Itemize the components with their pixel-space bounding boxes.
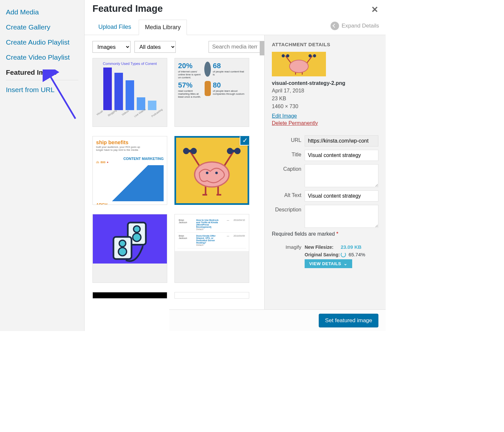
svg-point-17 bbox=[133, 226, 140, 232]
description-label: Description bbox=[272, 205, 305, 213]
media-thumb[interactable]: 20%of internet users' online time is spe… bbox=[174, 58, 249, 127]
scrollbar-thumb[interactable] bbox=[260, 41, 264, 55]
url-label: URL bbox=[272, 135, 305, 143]
svg-point-29 bbox=[313, 54, 316, 58]
media-thumb[interactable] bbox=[92, 214, 167, 283]
svg-point-30 bbox=[290, 60, 308, 72]
media-thumb[interactable] bbox=[92, 292, 167, 299]
check-icon: ✓ bbox=[240, 136, 249, 146]
svg-rect-12 bbox=[232, 150, 235, 152]
media-thumb[interactable]: Commonly Used Types of Conent Visual B bbox=[92, 58, 167, 127]
svg-point-26 bbox=[282, 54, 285, 58]
svg-point-8 bbox=[191, 148, 197, 154]
alt-field[interactable] bbox=[305, 190, 378, 202]
media-thumb-selected[interactable]: ✓ bbox=[174, 136, 249, 205]
tab-upload-files[interactable]: Upload Files bbox=[92, 20, 137, 34]
svg-point-10 bbox=[227, 148, 233, 154]
svg-point-20 bbox=[119, 240, 126, 247]
modal-title: Featured Image bbox=[92, 3, 378, 14]
chevron-left-icon bbox=[331, 22, 339, 30]
scrollbar[interactable]: ▼ bbox=[260, 41, 264, 331]
modal-footer: Set featured image bbox=[169, 309, 386, 331]
details-filesize: 23 KB bbox=[272, 95, 378, 103]
title-field[interactable] bbox=[305, 150, 378, 161]
modal-header: Featured Image bbox=[85, 0, 386, 14]
url-field[interactable] bbox=[305, 135, 378, 147]
svg-point-14 bbox=[206, 172, 209, 174]
sidebar-item-featured-image[interactable]: Featured Image bbox=[6, 65, 78, 80]
media-thumb[interactable] bbox=[174, 292, 249, 299]
imagify-new-filesize: 23.09 KB bbox=[341, 244, 361, 250]
media-grid-pane: Images All dates Commonly Used Types of … bbox=[85, 35, 264, 331]
expand-details-button[interactable]: Expand Details bbox=[331, 22, 379, 30]
details-filename: visual-content-strategy-2.png bbox=[272, 80, 378, 86]
details-thumbnail bbox=[272, 52, 326, 76]
spinner-icon bbox=[341, 252, 346, 257]
filter-type-select[interactable]: Images bbox=[92, 41, 131, 53]
sidebar-item-add-media[interactable]: Add Media bbox=[6, 5, 78, 20]
filter-date-select[interactable]: All dates bbox=[134, 41, 176, 53]
svg-rect-9 bbox=[189, 150, 191, 152]
search-input[interactable] bbox=[209, 41, 261, 53]
details-date: April 17, 2018 bbox=[272, 87, 378, 95]
imagify-saving: 65.74% bbox=[349, 252, 365, 257]
sidebar: Add Media Create Gallery Create Audio Pl… bbox=[0, 0, 85, 331]
svg-point-27 bbox=[286, 54, 290, 58]
svg-point-11 bbox=[234, 148, 241, 154]
view-details-button[interactable]: VIEW DETAILS⌄ bbox=[305, 259, 352, 268]
chevron-down-icon: ⌄ bbox=[344, 261, 348, 266]
svg-point-15 bbox=[215, 172, 218, 174]
attachment-details-panel: ATTACHMENT DETAILS visual-content-strate… bbox=[264, 35, 386, 331]
delete-permanently-link[interactable]: Delete Permanently bbox=[272, 120, 378, 126]
edit-image-link[interactable]: Edit Image bbox=[272, 113, 378, 119]
sidebar-item-insert-from-url[interactable]: Insert from URL bbox=[6, 82, 78, 97]
required-note: Required fields are marked * bbox=[272, 231, 378, 237]
media-thumb[interactable]: ship benefits built your audience, your … bbox=[92, 136, 167, 205]
alt-label: Alt Text bbox=[272, 190, 305, 198]
description-field[interactable] bbox=[305, 205, 378, 228]
details-heading: ATTACHMENT DETAILS bbox=[272, 42, 378, 47]
caption-field[interactable] bbox=[305, 164, 378, 187]
svg-point-21 bbox=[118, 247, 127, 256]
tab-media-library[interactable]: Media Library bbox=[139, 20, 187, 35]
title-label: Title bbox=[272, 150, 305, 158]
svg-point-7 bbox=[183, 148, 189, 154]
caption-label: Caption bbox=[272, 164, 305, 172]
sidebar-item-create-audio-playlist[interactable]: Create Audio Playlist bbox=[6, 35, 78, 50]
brain-lifting-icon bbox=[175, 136, 249, 203]
close-icon[interactable]: ✕ bbox=[371, 5, 378, 15]
sidebar-item-create-video-playlist[interactable]: Create Video Playlist bbox=[6, 50, 78, 65]
imagify-label: Imagify bbox=[272, 244, 305, 268]
set-featured-image-button[interactable]: Set featured image bbox=[319, 314, 378, 327]
media-thumb[interactable]: Brian JacksonHow to Use Bedrock and Trel… bbox=[174, 214, 249, 283]
svg-point-28 bbox=[309, 54, 312, 58]
sidebar-item-create-gallery[interactable]: Create Gallery bbox=[6, 20, 78, 35]
svg-point-18 bbox=[133, 233, 141, 242]
details-dimensions: 1460 × 730 bbox=[272, 103, 378, 110]
